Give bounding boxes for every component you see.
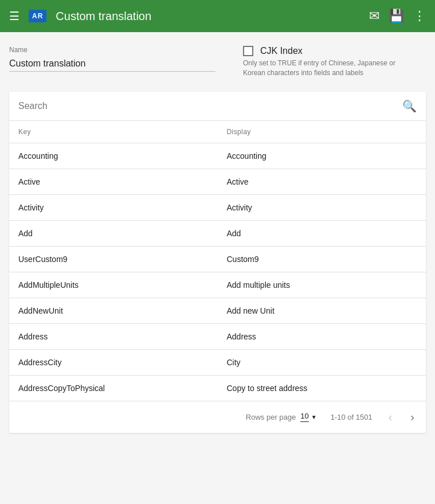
cell-key: Address xyxy=(9,323,218,349)
cell-key: Add xyxy=(9,220,218,246)
table-row[interactable]: AddNewUnitAdd new Unit xyxy=(9,298,426,323)
name-label: Name xyxy=(9,46,215,54)
cell-key: Activity xyxy=(9,194,218,220)
cell-display: Active xyxy=(218,169,426,194)
cell-display: Activity xyxy=(218,194,426,220)
cell-key: AddMultipleUnits xyxy=(9,272,218,298)
name-input[interactable] xyxy=(9,56,215,72)
translation-table: Key Display AccountingAccountingActiveAc… xyxy=(9,121,426,401)
table-row[interactable]: ActivityActivity xyxy=(9,194,426,220)
col-header-key: Key xyxy=(9,121,218,143)
table-card: 🔍 Key Display AccountingAccountingActive… xyxy=(9,92,426,433)
rows-per-page-section: Rows per page 10 ▼ xyxy=(246,412,317,422)
table-row[interactable]: ActiveActive xyxy=(9,169,426,194)
cell-display: Add xyxy=(218,220,426,246)
table-header-row: Key Display xyxy=(9,121,426,143)
search-icon[interactable]: 🔍 xyxy=(402,99,417,113)
rows-per-page-value: 10 xyxy=(300,412,308,422)
cell-display: Accounting xyxy=(218,143,426,169)
cell-display: Custom9 xyxy=(218,246,426,272)
header-actions: ✉ 💾 ⋮ xyxy=(369,9,426,24)
next-page-button[interactable]: › xyxy=(408,408,417,426)
cell-key: AddressCity xyxy=(9,349,218,375)
pagination: Rows per page 10 ▼ 1-10 of 1501 ‹ › xyxy=(9,401,426,433)
rows-dropdown-arrow: ▼ xyxy=(311,414,317,420)
cjk-row: CJK Index xyxy=(243,46,415,56)
cell-display: Address xyxy=(218,323,426,349)
search-input[interactable] xyxy=(18,96,398,116)
cell-display: Add multiple units xyxy=(218,272,426,298)
name-field-group: Name xyxy=(9,46,215,72)
cell-display: Add new Unit xyxy=(218,298,426,323)
page-content: Name CJK Index Only set to TRUE if entry… xyxy=(0,32,435,442)
table-row[interactable]: UserCustom9Custom9 xyxy=(9,246,426,272)
table-row[interactable]: AddressCopyToPhysicalCopy to street addr… xyxy=(9,375,426,401)
save-icon[interactable]: 💾 xyxy=(389,9,404,24)
rows-per-page-label: Rows per page xyxy=(246,413,296,421)
cell-key: Accounting xyxy=(9,143,218,169)
rows-per-page-select[interactable]: 10 ▼ xyxy=(300,412,316,422)
cell-key: Active xyxy=(9,169,218,194)
table-row[interactable]: AddressCityCity xyxy=(9,349,426,375)
form-row: Name CJK Index Only set to TRUE if entry… xyxy=(9,46,426,78)
table-row[interactable]: AccountingAccounting xyxy=(9,143,426,169)
table-row[interactable]: AddMultipleUnitsAdd multiple units xyxy=(9,272,426,298)
header-title: Custom translation xyxy=(56,10,360,23)
prev-page-button[interactable]: ‹ xyxy=(386,408,395,426)
cjk-section: CJK Index Only set to TRUE if entry of C… xyxy=(243,46,415,78)
cjk-description: Only set to TRUE if entry of Chinese, Ja… xyxy=(243,58,415,78)
cell-key: UserCustom9 xyxy=(9,246,218,272)
cell-key: AddNewUnit xyxy=(9,298,218,323)
table-row[interactable]: AddressAddress xyxy=(9,323,426,349)
more-options-icon[interactable]: ⋮ xyxy=(413,9,426,24)
cjk-checkbox[interactable] xyxy=(243,46,253,56)
app-header: ☰ AR Custom translation ✉ 💾 ⋮ xyxy=(0,0,435,32)
app-logo: AR xyxy=(29,10,46,22)
cell-display: City xyxy=(218,349,426,375)
table-row[interactable]: AddAdd xyxy=(9,220,426,246)
cell-display: Copy to street address xyxy=(218,375,426,401)
cell-key: AddressCopyToPhysical xyxy=(9,375,218,401)
search-bar: 🔍 xyxy=(9,92,426,121)
notification-icon[interactable]: ✉ xyxy=(369,9,379,24)
menu-icon[interactable]: ☰ xyxy=(9,9,19,23)
cjk-label: CJK Index xyxy=(260,46,303,56)
page-info: 1-10 of 1501 xyxy=(331,413,373,421)
col-header-display: Display xyxy=(218,121,426,143)
